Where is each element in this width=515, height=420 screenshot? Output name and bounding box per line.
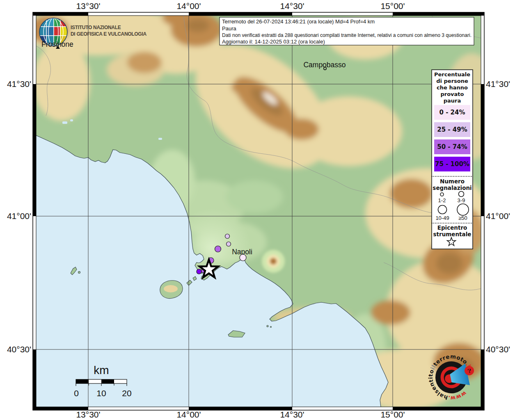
axis-right-3: 40°30': [486, 345, 510, 354]
felt-report-circle: [225, 234, 230, 239]
axis-right-2: 41°00': [486, 211, 510, 221]
macroseismic-map: 13°30' 14°00' 14°30' 15°00' 13°30' 14°00…: [0, 0, 515, 420]
legend-label-75-100: 75 - 100%: [435, 160, 469, 168]
epicenter-title-2: strumentale: [433, 231, 472, 237]
axis-right-1: 41°30': [486, 79, 510, 89]
legend-title-1: Percentuale: [434, 71, 470, 78]
count-label-3-9: 3-9: [458, 197, 465, 203]
city-label-campobasso: Campobasso: [303, 61, 346, 69]
effect-type: Paura: [222, 25, 236, 32]
count-label-10-49: 10-49: [435, 215, 449, 221]
axis-bottom-1: 13°30': [76, 410, 100, 419]
count-circle-50plus-icon: [457, 204, 469, 215]
legend-title-3: che hanno: [437, 84, 468, 91]
institute-name-line1: ISTITUTO NAZIONALE: [71, 25, 121, 30]
axis-left-2: 41°00': [7, 211, 31, 221]
legend: Percentuale di persone che hanno provato…: [432, 70, 473, 249]
count-circle-1-2-icon: [440, 193, 444, 196]
felt-report-circle: [227, 242, 231, 247]
event-summary: Terremoto del 26-07-2024 13:46:21 (ora l…: [222, 18, 375, 25]
scale-tick-20: 20: [122, 388, 131, 398]
count-label-50plus: ≥50: [458, 215, 467, 221]
update-timestamp: Aggiornato il: 14-12-2025 03:12 (ora loc…: [222, 39, 325, 45]
count-circle-10-49-icon: [438, 205, 447, 214]
legend-title-5: paura: [444, 98, 461, 104]
map-canvas: [21, 6, 501, 410]
scale-unit-label: km: [94, 364, 109, 377]
axis-top-4: 15°00': [380, 1, 405, 11]
axis-top-2: 14°00': [176, 1, 201, 11]
felt-report-circle: [215, 246, 221, 252]
axis-top-3: 14°30': [280, 1, 304, 11]
felt-report-circle: [197, 269, 201, 274]
legend-label-50-74: 50 - 74%: [437, 143, 467, 151]
axis-top-1: 13°30': [76, 1, 100, 11]
epicenter-title-1: Epicentro: [437, 224, 467, 231]
legend-label-25-49: 25 - 49%: [437, 126, 467, 133]
legend-label-0-24: 0 - 24%: [439, 109, 465, 116]
scale-tick-10: 10: [96, 388, 106, 398]
counts-title-1: Numero: [440, 178, 465, 185]
info-box: Terremoto del 26-07-2024 13:46:21 (ora l…: [220, 17, 474, 45]
axis-left-3: 40°30': [7, 345, 31, 354]
axis-bottom-3: 14°30': [280, 410, 304, 419]
axis-bottom-2: 14°00': [176, 410, 201, 419]
vesuvius: [262, 250, 285, 273]
counts-title-2: segnalazioni: [433, 185, 472, 191]
legend-title-4: provato: [440, 91, 464, 97]
axis-left-1: 41°30': [7, 79, 31, 89]
data-disclaimer: Dati non verificati estratti da 288 ques…: [222, 32, 472, 38]
count-circle-3-9-icon: [459, 192, 464, 197]
scale-tick-0: 0: [74, 388, 79, 398]
axis-bottom-4: 15°00': [380, 410, 405, 419]
legend-title-2: di persone: [436, 78, 468, 84]
felt-report-circle: [240, 254, 246, 261]
count-label-1-2: 1-2: [438, 197, 446, 203]
institute-name-line2: DI GEOFISICA E VULCANOLOGIA: [71, 31, 146, 37]
